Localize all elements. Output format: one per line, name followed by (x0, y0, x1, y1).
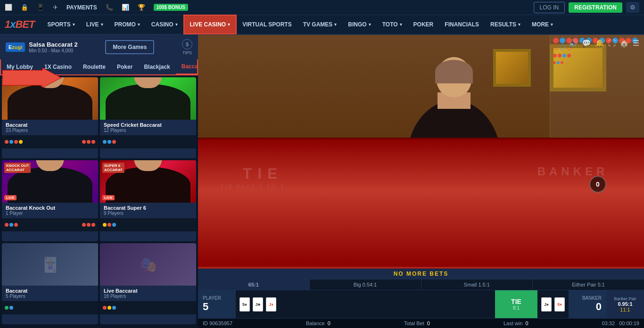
game-card-title-super6: Baccarat Super 6 (104, 205, 192, 211)
tab-baccarat[interactable]: Baccarat (176, 59, 198, 74)
balance-status: Balance 0 (306, 320, 330, 326)
game-card-players-super6: 9 Players (104, 211, 192, 216)
chat-icon[interactable]: 💬 (582, 39, 591, 48)
game-id: ID 90635957 (203, 320, 232, 326)
chip-b1 (103, 140, 107, 144)
nav-poker[interactable]: POKER (408, 15, 439, 34)
tab-poker[interactable]: Poker (111, 60, 138, 74)
settings-button[interactable]: ⚙ (626, 2, 639, 13)
top-bar-left: ⬜ 🔒 📱 ✈ PAYMENTS 📞 📊 🏆 100$ BONUS (5, 4, 188, 11)
nav-tv-games[interactable]: TV GAMES ▾ (297, 15, 343, 34)
dot-r1 (553, 38, 559, 43)
chip-blue (9, 140, 13, 144)
phone-icon: 📞 (106, 4, 113, 11)
game-card-players-speed-cricket: 12 Players (104, 128, 192, 133)
live-top-controls: 🔊 💬 🔔 ⛶ 🏠 ☰ (569, 39, 639, 48)
game-card-players-baccarat: 23 Players (6, 128, 94, 133)
ezugi-logo: Ezugi (6, 42, 25, 52)
chip-yellow (19, 140, 23, 144)
nav-financials[interactable]: FINANCIALS (439, 15, 485, 34)
payments-link[interactable]: PAYMENTS (66, 4, 97, 11)
player-label: PLAYER (203, 295, 231, 301)
tab-blackjack[interactable]: Blackjack (138, 60, 175, 74)
chip-r11 (103, 306, 107, 310)
bet-either-pair[interactable]: Either Pair 5:1 (533, 279, 644, 290)
chip-r7 (82, 223, 86, 227)
game-card-knockout[interactable]: KNOCK OUTACCARAT LIVE Baccarat Knock Out… (2, 160, 98, 241)
chip-r3 (91, 140, 95, 144)
tie-odds: 8:1 (513, 305, 520, 311)
bet-options: 65:1 Big 0.54:1 Small 1.5:1 Either Pair … (198, 279, 644, 290)
t-dot-b1 (557, 61, 560, 64)
window-icon: ⬜ (5, 4, 12, 11)
nav-toto[interactable]: TOTO ▾ (377, 15, 408, 34)
right-panel: TIE BANKER TIE PAYS 1 TO 1 0 🔊 💬 🔔 ⛶ 🏠 ☰ (198, 35, 644, 328)
banker-pair-info: Banker Pair 0.95:1 11:1 (606, 290, 644, 318)
tab-roulette[interactable]: Roulette (77, 60, 111, 74)
chip-b2 (107, 140, 111, 144)
nav-virtual-sports[interactable]: VIRTUAL SPORTS (237, 15, 297, 34)
highlight-arrow (2, 68, 61, 90)
player-cards: 5♠ J♣ J♦ (236, 290, 495, 318)
top-bar-right: LOG IN REGISTRATION ⚙ (534, 2, 639, 13)
nav-results[interactable]: RESULTS ▾ (485, 15, 526, 34)
game-card-chips-extra1 (2, 301, 98, 314)
sm-dot-r3 (567, 54, 571, 57)
register-button[interactable]: REGISTRATION (569, 2, 622, 13)
player-section: PLAYER 5 (198, 290, 236, 318)
banker-pair-label: Banker Pair (614, 296, 636, 301)
live-badge-super6: LIVE (102, 195, 115, 200)
game-card-image-extra2: 🎭 (100, 243, 196, 286)
player-card-3: J♦ (266, 297, 276, 312)
game-card-super6[interactable]: SUPER 6ACCARAT LIVE Baccarat Super 6 9 P… (100, 160, 196, 241)
game-card-info-extra2: Live Baccarat 18 Players (100, 286, 196, 301)
game-card-extra1[interactable]: 🃏 Baccarat 5 Players (2, 243, 98, 324)
roadmap-small (550, 53, 644, 58)
dot-r8 (553, 44, 559, 50)
dot-b1 (560, 38, 565, 43)
more-games-button[interactable]: More Games (105, 40, 154, 54)
game-card-speed-cricket[interactable]: Speed Cricket Baccarat 12 Players (100, 77, 196, 158)
bet-big[interactable]: Big 0.54:1 (310, 279, 421, 290)
player-score: 5 (203, 301, 231, 313)
chip-g1 (5, 306, 8, 310)
bonus-badge[interactable]: 100$ BONUS (154, 4, 188, 11)
banker-card-2: 8♦ (554, 297, 565, 312)
nav-sports[interactable]: SPORTS ▾ (42, 15, 81, 34)
game-card-extra2[interactable]: 🎭 Live Baccarat 18 Players (100, 243, 196, 324)
nav-promo[interactable]: PROMO ▾ (109, 15, 146, 34)
table-text-tie: TIE (243, 165, 283, 182)
login-button[interactable]: LOG IN (534, 2, 565, 13)
game-card-title-knockout: Baccarat Knock Out (6, 205, 94, 211)
menu-icon[interactable]: ☰ (633, 39, 639, 48)
game-card-players-extra2: 18 Players (104, 294, 192, 299)
sm-dot-r2 (558, 54, 561, 57)
home-icon[interactable]: 🏠 (619, 39, 629, 48)
game-card-image-super6: SUPER 6ACCARAT LIVE (100, 160, 196, 203)
tips-button[interactable]: $ TIPS (182, 39, 192, 55)
banker-pair-value: 11:1 (620, 307, 630, 312)
tie-section[interactable]: TIE 8:1 (495, 290, 537, 318)
top-bar: ⬜ 🔒 📱 ✈ PAYMENTS 📞 📊 🏆 100$ BONUS LOG IN… (0, 0, 644, 15)
nav-live[interactable]: LIVE ▾ (81, 15, 109, 34)
fullscreen-icon[interactable]: ⛶ (608, 39, 616, 48)
nav-more[interactable]: MORE ▾ (526, 15, 559, 34)
sm-dot-r1 (553, 54, 557, 57)
game-scores: PLAYER 5 5♠ J♣ J♦ TIE 8:1 J♠ (198, 290, 644, 318)
nav-casino[interactable]: CASINO ▾ (146, 15, 183, 34)
super6-badge: SUPER 6ACCARAT (102, 163, 124, 173)
logo[interactable]: 1xBET (5, 18, 35, 31)
bet-55[interactable]: 65:1 (198, 279, 310, 290)
game-card-title-extra2: Live Baccarat (104, 288, 192, 294)
t-dot-r2 (561, 61, 563, 64)
bell-icon[interactable]: 🔔 (595, 39, 604, 48)
game-card-chips-knockout (2, 218, 98, 231)
game-title: Salsa Baccarat 2 (29, 41, 77, 48)
game-card-chips-baccarat (2, 135, 98, 148)
baccarat-table: TIE BANKER TIE PAYS 1 TO 1 (198, 138, 644, 267)
nav-bingo[interactable]: BINGO ▾ (342, 15, 376, 34)
nav-live-casino[interactable]: LIVE CASINO ▾ (183, 15, 237, 34)
volume-icon[interactable]: 🔊 (569, 39, 578, 48)
game-card-info-extra1: Baccarat 5 Players (2, 286, 98, 301)
bet-small[interactable]: Small 1.5:1 (421, 279, 533, 290)
